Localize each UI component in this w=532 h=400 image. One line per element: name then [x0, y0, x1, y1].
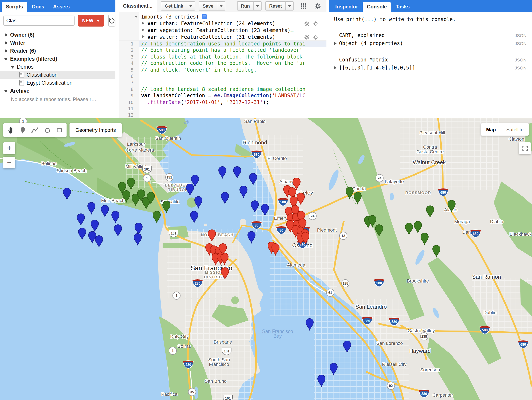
code-line[interactable]: 4// construction code for the points. Ho…: [119, 60, 326, 67]
code-line[interactable]: 10 .filterDate('2017-01-01', '2017-12-31…: [119, 99, 326, 106]
code-line[interactable]: 2// Each training point has a field call…: [119, 47, 326, 54]
script-search-input[interactable]: [3, 16, 75, 26]
reset-button[interactable]: Reset: [265, 1, 285, 11]
chevron-down-icon[interactable]: [4, 57, 10, 61]
chevron-right-icon[interactable]: [4, 41, 10, 45]
svg-text:24: 24: [378, 176, 381, 180]
chevron-down-icon[interactable]: [11, 65, 17, 69]
tree-item[interactable]: Archive: [0, 87, 115, 95]
code-editor-panel: Classificat... Get Link Save Run Reset: [119, 0, 326, 118]
map-label: San Quentin: [155, 136, 181, 141]
tab-console[interactable]: Console: [363, 2, 391, 12]
right-tabbar: Inspector Console Tasks: [329, 0, 532, 12]
map-canvas[interactable]: San PabloRichmondEl CerritoAlbanyBerkele…: [0, 118, 532, 400]
save-button[interactable]: Save: [199, 1, 217, 11]
run-button[interactable]: Run: [237, 1, 254, 11]
run-dropdown[interactable]: [253, 1, 262, 11]
import-entry-urban[interactable]: var urban: FeatureCollection (24 element…: [119, 20, 326, 27]
line-number: 6: [119, 73, 139, 80]
console-entry-title-row: Confusion Matrix JSON: [334, 57, 526, 63]
svg-text:580: 580: [159, 128, 165, 132]
new-script-button[interactable]: NEW: [78, 15, 104, 26]
map-label: Daly City: [170, 334, 189, 339]
map-type-map-button[interactable]: Map: [481, 123, 501, 136]
tree-item[interactable]: Classification: [0, 71, 115, 79]
draw-line-tool[interactable]: [30, 125, 40, 136]
code-line[interactable]: 8// Load the Landsat 8 scaled radiance i…: [119, 86, 326, 93]
tree-item-label: No accessible repositories. Please r…: [11, 96, 96, 102]
chevron-right-icon[interactable]: [4, 49, 10, 53]
get-link-button[interactable]: Get Link: [161, 1, 187, 11]
expand-icon[interactable]: [142, 29, 145, 31]
tree-item[interactable]: Egypt Classification: [0, 79, 115, 87]
zoom-in-button[interactable]: +: [3, 142, 15, 154]
code-line[interactable]: 5// and click, 'Convert' in the dialog.: [119, 67, 326, 73]
code-line[interactable]: 7: [119, 80, 326, 86]
tree-item[interactable]: Owner (6): [0, 31, 115, 39]
chevron-right-icon[interactable]: [4, 33, 10, 37]
import-settings-icon[interactable]: [304, 21, 310, 26]
code-line[interactable]: 6: [119, 73, 326, 80]
tree-item[interactable]: Demos: [0, 63, 115, 71]
map-label: Pleasant Hill: [419, 130, 445, 135]
svg-text:580: 580: [376, 281, 382, 285]
map-label: Albany: [279, 179, 293, 184]
code-line[interactable]: 9var landsatCollection = ee.ImageCollect…: [119, 93, 326, 99]
svg-text:24: 24: [311, 214, 314, 218]
tree-item[interactable]: Writer: [0, 39, 115, 47]
pan-hand-tool[interactable]: [5, 125, 16, 136]
tab-docs[interactable]: Docs: [28, 2, 48, 12]
tab-tasks[interactable]: Tasks: [392, 2, 414, 12]
reset-dropdown[interactable]: [285, 1, 294, 11]
save-dropdown[interactable]: [217, 1, 225, 11]
code-line[interactable]: 3// class labels at that location. The f…: [119, 54, 326, 60]
highway-shield-238: 238: [420, 333, 428, 340]
code-line[interactable]: 11: [119, 106, 326, 112]
import-entry-water[interactable]: var water: FeatureCollection (31 element…: [119, 34, 326, 40]
code-line[interactable]: 12: [119, 112, 326, 118]
tab-scripts[interactable]: Scripts: [2, 2, 27, 12]
tree-item[interactable]: Reader (6): [0, 47, 115, 55]
code-line[interactable]: 1// This demonstration uses hand-located…: [119, 41, 326, 47]
chevron-down-icon[interactable]: [4, 89, 10, 93]
code-editor[interactable]: Imports (3 entries) var urban: FeatureCo…: [119, 12, 326, 118]
collapse-icon[interactable]: [135, 16, 137, 18]
apps-grid-button[interactable]: [299, 2, 307, 10]
draw-polygon-icon: [44, 127, 51, 133]
geometry-imports-button[interactable]: Geometry Imports: [70, 123, 122, 137]
svg-text:101: 101: [224, 350, 230, 353]
highway-shield-92: 92: [387, 382, 395, 389]
placemark-tool[interactable]: [17, 125, 28, 136]
draw-polygon-tool[interactable]: [42, 125, 53, 136]
tab-inspector[interactable]: Inspector: [331, 2, 362, 12]
imports-header[interactable]: Imports (3 entries): [119, 13, 326, 20]
import-settings-icon[interactable]: [304, 35, 310, 40]
expand-icon[interactable]: [334, 66, 336, 69]
apps-grid-icon: [300, 3, 306, 9]
expand-icon[interactable]: [334, 42, 336, 45]
expand-icon[interactable]: [142, 35, 145, 38]
script-tab[interactable]: Classificat...: [119, 0, 157, 12]
refresh-button[interactable]: [108, 15, 115, 26]
settings-button[interactable]: [314, 2, 321, 10]
console-entry-value[interactable]: Object (4 properties): [339, 40, 403, 46]
tab-assets[interactable]: Assets: [49, 2, 74, 12]
import-zoom-target-icon[interactable]: [313, 21, 318, 26]
zoom-out-button[interactable]: −: [3, 157, 15, 169]
fullscreen-button[interactable]: [519, 142, 531, 154]
map-label: Alameda: [287, 262, 306, 268]
code-lines[interactable]: 1// This demonstration uses hand-located…: [119, 41, 326, 118]
map-type-satellite-button[interactable]: Satellite: [501, 123, 529, 136]
expand-icon[interactable]: [142, 22, 145, 25]
svg-text:880: 880: [421, 392, 427, 396]
svg-text:680: 680: [440, 191, 446, 194]
console-entry-value[interactable]: [[6,1,0],[1,4,0],[0,0,5]]: [339, 65, 415, 71]
draw-rectangle-tool[interactable]: [54, 125, 65, 136]
highway-shield-101: 101: [169, 230, 178, 237]
tree-item-label: Archive: [10, 88, 30, 94]
import-entry-vegetation[interactable]: var vegetation: FeatureCollection (23 el…: [119, 27, 326, 34]
console-entry-title: CART, explained: [339, 32, 385, 38]
tree-item[interactable]: Examples (filtered): [0, 55, 115, 63]
import-zoom-target-icon[interactable]: [313, 35, 318, 40]
get-link-dropdown[interactable]: [187, 1, 195, 11]
